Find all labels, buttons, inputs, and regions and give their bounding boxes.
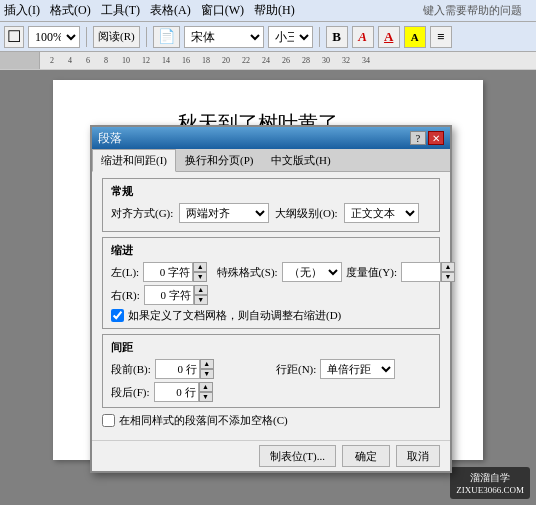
before-down[interactable]: ▼ <box>200 369 214 379</box>
right-indent-down[interactable]: ▼ <box>194 295 208 305</box>
tab-line-page[interactable]: 换行和分页(P) <box>176 149 262 171</box>
before-input[interactable] <box>155 359 200 379</box>
toolbar-separator3 <box>319 27 320 47</box>
degree-input[interactable] <box>401 262 441 282</box>
font-select[interactable]: 宋体 <box>184 26 264 48</box>
underline-btn[interactable]: A <box>378 26 400 48</box>
left-indent-input[interactable] <box>143 262 193 282</box>
align-select[interactable]: 两端对齐 <box>179 203 269 223</box>
bold-btn[interactable]: B <box>326 26 348 48</box>
after-up[interactable]: ▲ <box>199 382 213 392</box>
dialog-footer: 制表位(T)... 确定 取消 <box>92 440 450 471</box>
tabs-btn[interactable]: 制表位(T)... <box>259 445 336 467</box>
no-space-checkbox[interactable] <box>102 414 115 427</box>
right-indent-up[interactable]: ▲ <box>194 285 208 295</box>
degree-down[interactable]: ▼ <box>441 272 455 282</box>
section-general-label: 常规 <box>111 184 431 199</box>
view-mode-btn[interactable]: 阅读(R) <box>93 26 140 48</box>
doc-area: 秋天到了树叶黄了。 秋天到黄了 了树叶 秋天到黄了 了树叶 秋天到黄了 了树叶 … <box>0 70 536 505</box>
zoom-select[interactable]: 100% <box>28 26 80 48</box>
menu-item-table[interactable]: 表格(A) <box>150 2 191 19</box>
toolbar: ☐ 100% 阅读(R) 📄 宋体 小三 B A A A ≡ <box>0 22 536 52</box>
before-up[interactable]: ▲ <box>200 359 214 369</box>
para-dialog-titlebar: 段落 ? ✕ <box>92 127 450 149</box>
ok-btn[interactable]: 确定 <box>342 445 390 467</box>
align-icon[interactable]: ≡ <box>430 26 452 48</box>
right-indent-input[interactable] <box>144 285 194 305</box>
line-spacing-label: 行距(N): <box>276 362 316 377</box>
para-body: 常规 对齐方式(G): 两端对齐 大纲级别(O): 正文文本 缩进 <box>92 172 450 440</box>
right-indent-label: 右(R): <box>111 288 140 303</box>
help-input[interactable]: 键入需要帮助的问题 <box>423 3 522 18</box>
dialog-title: 段落 <box>98 130 122 147</box>
after-down[interactable]: ▼ <box>199 392 213 402</box>
para-dialog: 段落 ? ✕ 缩进和间距(I) 换行和分页(P) 中文版式(H) 常规 对齐方式… <box>90 125 452 473</box>
outline-label: 大纲级别(O): <box>275 206 337 221</box>
toolbar-icon-btn[interactable]: ☐ <box>4 26 24 48</box>
align-label: 对齐方式(G): <box>111 206 173 221</box>
italic-btn[interactable]: A <box>352 26 374 48</box>
no-space-label: 在相同样式的段落间不添加空格(C) <box>119 413 288 428</box>
section-indent-label: 缩进 <box>111 243 431 258</box>
menu-item-format[interactable]: 格式(O) <box>50 2 91 19</box>
section-spacing-label: 间距 <box>111 340 431 355</box>
before-label: 段前(B): <box>111 362 151 377</box>
outline-select[interactable]: 正文文本 <box>344 203 419 223</box>
dialog-title-buttons: ? ✕ <box>410 131 444 145</box>
left-indent-label: 左(L): <box>111 265 139 280</box>
dialog-close-btn[interactable]: ✕ <box>428 131 444 145</box>
dialog-overlay: 段落 ? ✕ 缩进和间距(I) 换行和分页(P) 中文版式(H) 常规 对齐方式… <box>0 70 536 505</box>
left-indent-up[interactable]: ▲ <box>193 262 207 272</box>
size-select[interactable]: 小三 <box>268 26 313 48</box>
align-row: 对齐方式(G): 两端对齐 大纲级别(O): 正文文本 <box>111 203 431 223</box>
menu-item-help[interactable]: 帮助(H) <box>254 2 295 19</box>
section-spacing: 间距 段前(B): ▲ ▼ <box>102 334 440 408</box>
toolbar-doc-icon[interactable]: 📄 <box>153 26 180 48</box>
left-indent-down[interactable]: ▼ <box>193 272 207 282</box>
menu-item-insert[interactable]: 插入(I) <box>4 2 40 19</box>
line-spacing-select[interactable]: 单倍行距 <box>320 359 395 379</box>
special-label: 特殊格式(S): <box>217 265 278 280</box>
tab-indent-spacing[interactable]: 缩进和间距(I) <box>92 149 176 172</box>
menu-item-tools[interactable]: 工具(T) <box>101 2 140 19</box>
cancel-btn[interactable]: 取消 <box>396 445 440 467</box>
auto-indent-label: 如果定义了文档网格，则自动调整右缩进(D) <box>128 308 341 323</box>
tab-chinese[interactable]: 中文版式(H) <box>262 149 339 171</box>
dialog-help-btn[interactable]: ? <box>410 131 426 145</box>
toolbar-separator2 <box>146 27 147 47</box>
auto-indent-checkbox[interactable] <box>111 309 124 322</box>
after-label: 段后(F): <box>111 385 150 400</box>
menu-item-window[interactable]: 窗口(W) <box>201 2 244 19</box>
ruler: 2 4 6 8 10 12 14 16 18 20 22 24 26 28 30… <box>0 52 536 70</box>
para-tabs: 缩进和间距(I) 换行和分页(P) 中文版式(H) <box>92 149 450 172</box>
highlight-btn[interactable]: A <box>404 26 426 48</box>
special-select[interactable]: （无） <box>282 262 342 282</box>
degree-label: 度量值(Y): <box>346 265 397 280</box>
after-input[interactable] <box>154 382 199 402</box>
toolbar-separator <box>86 27 87 47</box>
menu-bar: 插入(I) 格式(O) 工具(T) 表格(A) 窗口(W) 帮助(H) 键入需要… <box>0 0 536 22</box>
degree-up[interactable]: ▲ <box>441 262 455 272</box>
section-general: 常规 对齐方式(G): 两端对齐 大纲级别(O): 正文文本 <box>102 178 440 232</box>
section-indent: 缩进 左(L): ▲ ▼ <box>102 237 440 329</box>
